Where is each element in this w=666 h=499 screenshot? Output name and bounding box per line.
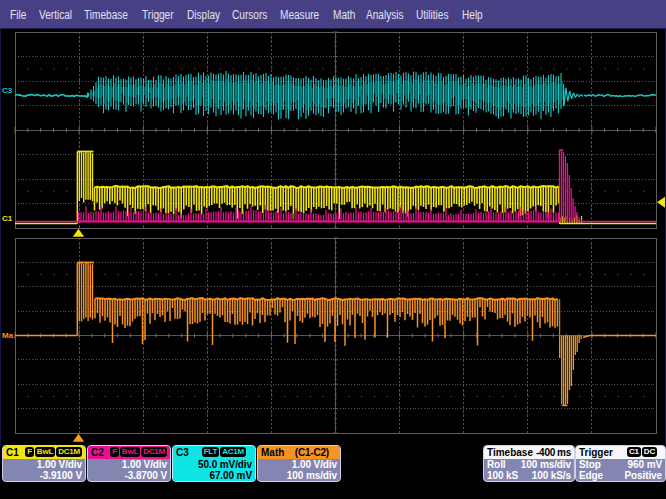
svg-text:Ma: Ma [2, 331, 14, 340]
svg-text:C3: C3 [2, 86, 13, 95]
svg-text:C1: C1 [2, 214, 13, 223]
